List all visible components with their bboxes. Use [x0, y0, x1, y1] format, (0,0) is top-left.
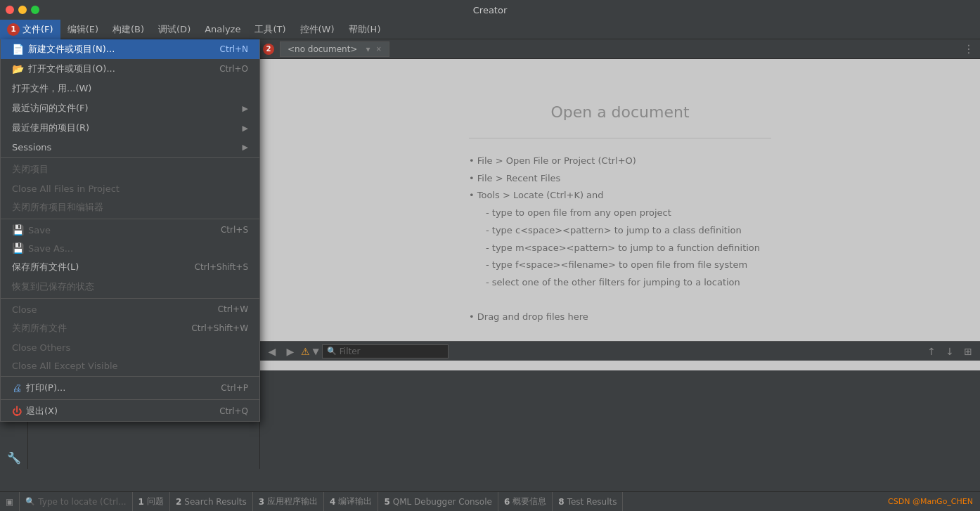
doc-expand-icon[interactable]: ⋮ — [960, 42, 977, 56]
menu-item-close-all-editors[interactable]: 关闭所有项目和编辑器 — [1, 198, 259, 217]
monitor-icon: ▣ — [6, 497, 13, 507]
menu-item-close-all-2[interactable]: 关闭所有文件 Ctrl+Shift+W — [1, 318, 259, 338]
maximize-button[interactable] — [31, 6, 39, 14]
menu-debug[interactable]: 调试(D) — [151, 20, 198, 39]
tab-qml-num: 5 — [384, 497, 389, 507]
menu-item-save-as[interactable]: 💾 Save As... — [1, 239, 259, 257]
open-document-title: Open a document — [469, 103, 771, 121]
menu-tools-label: 工具(T) — [254, 23, 285, 36]
tab-overview-num: 6 — [504, 497, 510, 507]
status-tab-issues[interactable]: 1 问题 — [133, 492, 170, 511]
menu-item-print-label: 打印(P)... — [26, 382, 65, 394]
doc-tab-bar: 2 <no document> ▾ × ⋮ — [260, 39, 980, 59]
status-right: CSDN @ManGo_CHEN — [881, 492, 980, 511]
menu-item-close-except-visible[interactable]: Close All Except Visible — [1, 356, 259, 375]
window-controls[interactable] — [6, 6, 39, 14]
menu-analyze-label: Analyze — [205, 24, 240, 34]
close-button[interactable] — [6, 6, 14, 14]
tab-search-num: 2 — [176, 497, 181, 507]
menu-item-open-shortcut: Ctrl+O — [219, 64, 248, 74]
menu-item-close-all-files-label: Close All Files in Project — [12, 183, 120, 194]
menu-controls[interactable]: 控件(W) — [293, 20, 342, 39]
warning-icon: ⚠ — [301, 346, 310, 357]
menu-file-label: 文件(F) — [22, 23, 53, 36]
menu-controls-label: 控件(W) — [300, 23, 335, 36]
tab-search-label: Search Results — [184, 497, 246, 507]
issues-expand-icon[interactable]: ⊞ — [960, 344, 976, 359]
doc-tab-label: <no document> — [288, 44, 357, 54]
instruction-2: • File > Recent Files — [469, 173, 560, 183]
menu-edit-label: 编辑(E) — [67, 23, 98, 36]
saveas-icon: 💾 — [12, 242, 24, 254]
doc-tab-dropdown-icon[interactable]: ▾ — [366, 44, 370, 54]
menu-item-recent-files[interactable]: 最近访问的文件(F) ▶ — [1, 98, 259, 118]
menu-debug-label: 调试(D) — [158, 23, 191, 36]
doc-tab-no-document[interactable]: <no document> ▾ × — [280, 41, 389, 57]
menu-item-close-all-files[interactable]: Close All Files in Project — [1, 179, 259, 198]
menu-build[interactable]: 构建(B) — [105, 20, 151, 39]
locate-search-icon: 🔍 — [25, 497, 35, 506]
instruction-4: - type to open file from any open projec… — [469, 205, 771, 222]
menu-item-close-all-2-label: 关闭所有文件 — [12, 322, 67, 335]
separator-1 — [1, 157, 259, 158]
issues-nav-next[interactable]: ▶ — [283, 344, 298, 359]
menu-item-save-all[interactable]: 保存所有文件(L) Ctrl+Shift+S — [1, 257, 259, 277]
menu-help[interactable]: 帮助(H) — [342, 20, 388, 39]
separator-5 — [1, 399, 259, 400]
doc-tab-close-icon[interactable]: × — [375, 45, 381, 53]
sidebar-tool-button[interactable]: 🔧 — [3, 446, 25, 469]
menu-item-save-all-label: 保存所有文件(L) — [12, 261, 79, 273]
menu-item-new[interactable]: 📄 新建文件或项目(N)... Ctrl+N — [1, 39, 259, 59]
menu-item-revert[interactable]: 恢复到已保存的状态 — [1, 277, 259, 297]
menu-item-open[interactable]: 📂 打开文件或项目(O)... Ctrl+O — [1, 59, 259, 79]
status-bar: ▣ 🔍 Type to locate (Ctrl... 1 问题 2 Searc… — [0, 491, 980, 511]
tab-issues-label: 问题 — [147, 496, 164, 507]
menu-tools[interactable]: 工具(T) — [247, 20, 292, 39]
status-tab-overview[interactable]: 6 概要信息 — [498, 492, 553, 511]
badge-1: 1 — [7, 23, 20, 36]
filter-input-container[interactable]: 🔍 Filter — [322, 344, 449, 358]
menu-item-open-with[interactable]: 打开文件，用...(W) — [1, 79, 259, 98]
filter-dropdown-icon[interactable]: ▼ — [313, 347, 319, 356]
status-tab-app-output[interactable]: 3 应用程序输出 — [253, 492, 324, 511]
issues-nav-prev[interactable]: ◀ — [264, 344, 280, 359]
menu-item-sessions[interactable]: Sessions ▶ — [1, 138, 259, 156]
title-bar: Creator — [0, 0, 980, 20]
menu-item-save-shortcut: Ctrl+S — [221, 225, 248, 235]
minimize-button[interactable] — [18, 6, 27, 14]
tab-app-num: 3 — [259, 497, 264, 507]
menu-item-close-project[interactable]: 关闭项目 — [1, 160, 259, 179]
menu-item-exit[interactable]: ⏻ 退出(X) Ctrl+Q — [1, 401, 259, 421]
status-tab-test[interactable]: 8 Test Results — [553, 492, 623, 511]
menu-file[interactable]: 1 文件(F) — [0, 20, 60, 39]
menu-item-close[interactable]: Close Ctrl+W — [1, 300, 259, 318]
status-monitor[interactable]: ▣ — [0, 492, 20, 511]
new-icon: 📄 — [12, 44, 24, 55]
menu-item-close-others[interactable]: Close Others — [1, 338, 259, 356]
tab-overview-label: 概要信息 — [512, 496, 546, 507]
menu-item-print-shortcut: Ctrl+P — [221, 383, 248, 393]
instruction-7: - type f<space><filename> to open file f… — [469, 257, 771, 274]
menu-item-close-project-label: 关闭项目 — [12, 163, 49, 176]
main-content-area: Open a document • File > Open File or Pr… — [260, 59, 980, 370]
status-tab-qml[interactable]: 5 QML Debugger Console — [378, 492, 498, 511]
doc-badge-2: 2 — [263, 44, 274, 55]
filter-placeholder-text: Filter — [340, 347, 361, 356]
menu-edit[interactable]: 编辑(E) — [60, 20, 105, 39]
menu-item-recent-projects[interactable]: 最近使用的项目(R) ▶ — [1, 118, 259, 138]
tab-app-label: 应用程序输出 — [267, 496, 318, 507]
menu-item-close-except-visible-label: Close All Except Visible — [12, 361, 118, 371]
status-tab-compile[interactable]: 4 编译输出 — [324, 492, 378, 511]
menu-analyze[interactable]: Analyze — [198, 20, 247, 39]
menu-item-save[interactable]: 💾 Save Ctrl+S — [1, 221, 259, 239]
issues-up-arrow[interactable]: ↑ — [924, 344, 939, 359]
tab-test-num: 8 — [558, 497, 564, 507]
menu-help-label: 帮助(H) — [349, 23, 381, 36]
separator-3 — [1, 298, 259, 299]
issues-down-arrow[interactable]: ↓ — [942, 344, 958, 359]
status-tab-search[interactable]: 2 Search Results — [170, 492, 253, 511]
status-locate-container[interactable]: 🔍 Type to locate (Ctrl... — [20, 492, 132, 511]
menu-item-close-all-editors-label: 关闭所有项目和编辑器 — [12, 201, 103, 214]
print-icon: 🖨 — [12, 382, 22, 394]
menu-item-print[interactable]: 🖨 打印(P)... Ctrl+P — [1, 378, 259, 398]
